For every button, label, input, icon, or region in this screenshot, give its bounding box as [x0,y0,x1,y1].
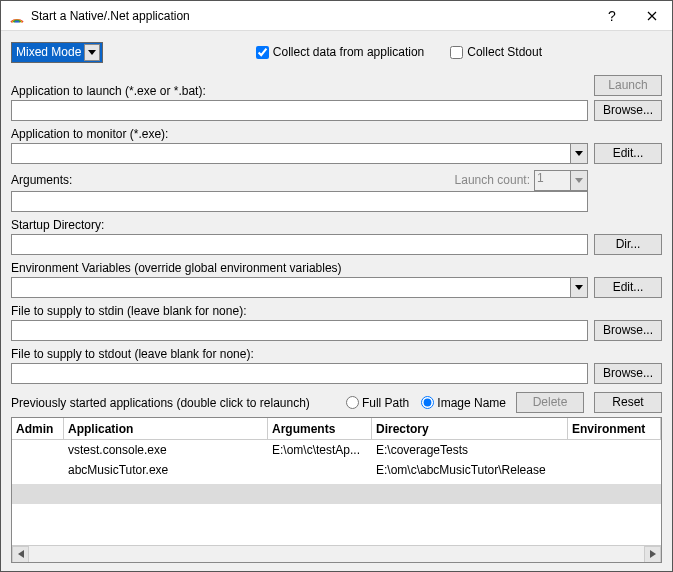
dropdown-arrow-icon [84,44,100,61]
window-title: Start a Native/.Net application [31,9,592,23]
browse-stdin-button[interactable]: Browse... [594,320,662,341]
scroll-left-icon[interactable] [12,546,29,563]
scroll-right-icon[interactable] [644,546,661,563]
launch-count-combo: 1 [534,170,588,191]
startup-dir-label: Startup Directory: [11,218,588,232]
app-launch-input[interactable] [11,100,588,121]
app-monitor-label: Application to monitor (*.exe): [11,127,588,141]
table-empty-strip [12,484,661,504]
dropdown-arrow-icon [570,171,587,190]
stdin-label: File to supply to stdin (leave blank for… [11,304,588,318]
browse-stdout-button[interactable]: Browse... [594,363,662,384]
table-header: Admin Application Arguments Directory En… [12,418,661,440]
dialog-window: Start a Native/.Net application ? Mixed … [0,0,673,572]
collect-data-checkbox[interactable]: Collect data from application [256,45,424,59]
launch-count-label: Launch count: [455,173,530,187]
stdin-input[interactable] [11,320,588,341]
th-admin[interactable]: Admin [12,418,64,439]
dropdown-arrow-icon [570,144,587,163]
env-vars-label: Environment Variables (override global e… [11,261,588,275]
edit-monitor-button[interactable]: Edit... [594,143,662,164]
mode-select[interactable]: Mixed Mode [11,42,103,63]
launch-button[interactable]: Launch [594,75,662,96]
arguments-label: Arguments: [11,173,455,187]
arguments-input[interactable] [11,191,588,212]
edit-env-button[interactable]: Edit... [594,277,662,298]
dialog-content: Mixed Mode Collect data from application… [1,31,672,571]
th-environment[interactable]: Environment [568,418,661,439]
collect-data-input[interactable] [256,46,269,59]
app-monitor-combo[interactable] [11,143,588,164]
radio-full-path[interactable]: Full Path [346,396,409,410]
reset-button[interactable]: Reset [594,392,662,413]
table-row[interactable]: vstest.console.exe E:\om\c\testAp... E:\… [12,440,661,460]
th-arguments[interactable]: Arguments [268,418,372,439]
dropdown-arrow-icon [570,278,587,297]
stdout-input[interactable] [11,363,588,384]
delete-button[interactable]: Delete [516,392,584,413]
app-icon [9,8,25,24]
dir-button[interactable]: Dir... [594,234,662,255]
browse-launch-button[interactable]: Browse... [594,100,662,121]
app-launch-label: Application to launch (*.exe or *.bat): [11,84,588,98]
close-button[interactable] [632,1,672,31]
radio-image-name[interactable]: Image Name [421,396,506,410]
horizontal-scrollbar[interactable] [12,545,661,562]
table-body: vstest.console.exe E:\om\c\testAp... E:\… [12,440,661,545]
collect-stdout-checkbox[interactable]: Collect Stdout [450,45,542,59]
previous-label: Previously started applications (double … [11,396,336,410]
table-row[interactable]: abcMusicTutor.exe E:\om\c\abcMusicTutor\… [12,460,661,480]
applications-table: Admin Application Arguments Directory En… [11,417,662,563]
env-vars-combo[interactable] [11,277,588,298]
titlebar: Start a Native/.Net application ? [1,1,672,31]
mode-select-value: Mixed Mode [16,45,81,59]
th-directory[interactable]: Directory [372,418,568,439]
collect-stdout-input[interactable] [450,46,463,59]
help-button[interactable]: ? [592,1,632,31]
startup-dir-input[interactable] [11,234,588,255]
stdout-label: File to supply to stdout (leave blank fo… [11,347,588,361]
th-application[interactable]: Application [64,418,268,439]
